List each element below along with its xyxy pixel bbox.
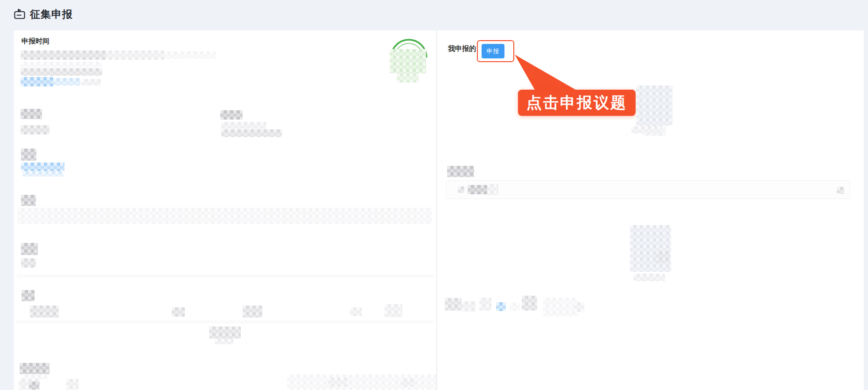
search-prefix-icon [458,186,464,193]
redacted-empty-state-caption [633,274,665,281]
redacted-field-value [221,129,282,137]
redacted-empty-state-detail [656,251,670,263]
callout-text: 点击申报议题 [526,92,627,113]
declare-time-label: 申报时间 [21,37,49,46]
redacted-centered-text-tail [215,339,233,344]
divider [17,320,434,323]
page-title: 征集申报 [30,7,73,21]
pagination-total-text [445,298,462,311]
redacted-date-range-1 [21,50,105,60]
redacted-row-item [66,379,78,390]
redacted-row-item [350,307,362,316]
redacted-seal-body [397,73,419,83]
callout-bubble: 点击申报议题 [518,90,636,116]
search-input[interactable] [446,180,850,199]
redacted-filter-label [447,166,474,177]
redacted-line [21,68,102,76]
pagination-jumper-input[interactable] [574,302,584,312]
redacted-illustration [636,85,672,126]
redacted-search-value [468,185,487,194]
pagination-next-button[interactable] [510,303,520,311]
pagination-prev-button[interactable] [479,298,491,311]
declare-button-highlight-box: 申报 [477,40,514,62]
redacted-row-item [172,307,185,317]
page-header: 征集申报 [0,0,868,30]
my-declarations-label: 我申报的 [448,44,476,53]
redacted-row-item [400,378,414,387]
redacted-caption [631,126,660,134]
divider [17,275,434,278]
redacted-link-tail[interactable] [53,78,80,85]
redacted-date-range-3 [164,51,216,59]
redacted-attachment-link-tail[interactable] [22,171,63,177]
redacted-field-label [21,109,42,119]
search-suffix-icon[interactable] [837,187,844,194]
redacted-row-item [328,377,347,387]
redacted-row-item [30,305,59,318]
redacted-row-item [243,305,262,318]
redacted-field-label [21,290,35,301]
redacted-field-label [21,195,36,206]
redacted-search-value [487,184,498,195]
redacted-field-value [21,258,36,268]
redacted-row-item [385,304,402,317]
redacted-date-range-2 [105,50,164,60]
pagination-total-text [462,301,476,312]
redacted-link[interactable] [21,77,53,86]
redacted-seal-body [390,49,426,73]
redacted-row-item [29,382,39,390]
clipboard-badge-icon [13,8,26,21]
redacted-line [21,62,102,67]
pagination-jumper[interactable] [543,298,578,316]
declaration-detail-panel: 申报时间 [14,30,437,390]
redacted-field-label [20,363,49,374]
redacted-field-label [220,110,243,120]
declare-button[interactable]: 申报 [482,44,504,58]
pagination-current-page[interactable] [496,302,506,311]
redacted-field-value [221,122,266,129]
redacted-field-value [21,125,49,135]
redacted-line [81,79,101,85]
redacted-field-label [21,149,36,161]
redacted-empty-state-illustration [630,225,671,272]
pagination-size-select[interactable] [522,296,537,311]
redacted-attachment-link[interactable] [21,163,64,171]
redacted-centered-text [209,326,241,339]
my-declarations-panel: 我申报的 申报 点击申报议题 [437,30,864,390]
redacted-text-box [18,208,432,224]
redacted-field-label [21,243,38,255]
